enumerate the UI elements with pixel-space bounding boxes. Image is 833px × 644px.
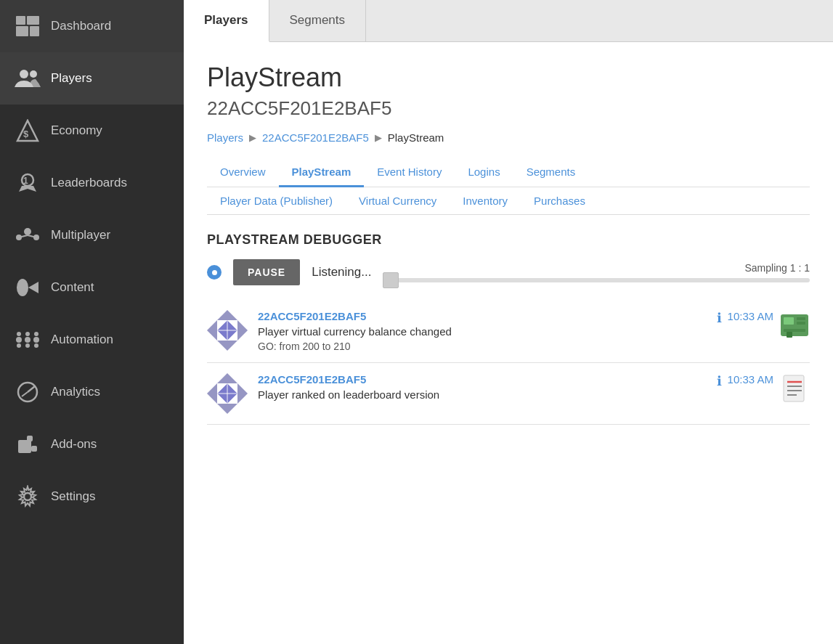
sub-tab-playstream[interactable]: PlayStream xyxy=(279,158,365,187)
breadcrumb-arrow-2: ▶ xyxy=(375,132,382,143)
sidebar-item-addons[interactable]: Add-ons xyxy=(0,418,184,470)
svg-rect-30 xyxy=(27,436,33,441)
svg-point-24 xyxy=(25,343,30,348)
svg-point-20 xyxy=(17,332,21,336)
event-thumb-0 xyxy=(779,310,810,341)
sidebar-item-dashboard[interactable]: Dashboard xyxy=(0,0,184,52)
svg-point-10 xyxy=(24,228,31,235)
svg-point-17 xyxy=(16,337,22,343)
sub-tab-overview[interactable]: Overview xyxy=(207,158,279,187)
svg-rect-1 xyxy=(27,16,39,25)
svg-point-32 xyxy=(24,493,31,500)
sidebar-item-label-addons: Add-ons xyxy=(51,437,97,452)
event-player-id-0[interactable]: 22ACC5F201E2BAF5 xyxy=(258,310,707,322)
listening-text: Listening... xyxy=(312,265,371,280)
svg-point-4 xyxy=(20,70,28,78)
svg-rect-2 xyxy=(16,26,28,36)
sidebar-item-content[interactable]: Content xyxy=(0,261,184,314)
sub-tab-segments[interactable]: Segments xyxy=(513,158,589,187)
sidebar-item-multiplayer[interactable]: Multiplayer xyxy=(0,209,184,261)
svg-rect-50 xyxy=(787,332,792,338)
breadcrumb-current: PlayStream xyxy=(388,131,444,144)
analytics-icon xyxy=(15,379,41,405)
svg-marker-34 xyxy=(207,320,217,341)
sub-tab-logins[interactable]: Logins xyxy=(455,158,513,187)
svg-rect-46 xyxy=(784,317,794,325)
addons-icon xyxy=(15,431,41,457)
economy-icon: $ xyxy=(15,118,41,144)
info-icon-0[interactable]: ℹ xyxy=(717,310,722,326)
svg-point-15 xyxy=(17,279,28,296)
sidebar-item-label-content: Content xyxy=(51,280,94,295)
sidebar-item-players[interactable]: Players xyxy=(0,52,184,105)
breadcrumb-player-id-link[interactable]: 22ACC5F201E2BAF5 xyxy=(262,131,369,144)
main-content: Players Segments PlayStream 22ACC5F201E2… xyxy=(184,0,833,644)
top-tabs-bar: Players Segments xyxy=(184,0,833,42)
svg-point-5 xyxy=(30,70,37,78)
event-player-id-1[interactable]: 22ACC5F201E2BAF5 xyxy=(258,373,707,386)
sub-tab-event-history[interactable]: Event History xyxy=(364,158,455,187)
info-icon-1[interactable]: ℹ xyxy=(717,373,722,389)
sub-tab-virtual-currency[interactable]: Virtual Currency xyxy=(346,187,450,214)
svg-marker-51 xyxy=(207,383,217,404)
sidebar-item-economy[interactable]: $ Economy xyxy=(0,105,184,157)
svg-marker-52 xyxy=(237,383,248,404)
svg-marker-37 xyxy=(217,341,237,351)
svg-rect-29 xyxy=(18,440,31,453)
leaderboards-icon: 1 xyxy=(15,170,41,196)
radio-dot[interactable] xyxy=(207,265,222,280)
svg-marker-35 xyxy=(237,320,248,341)
sidebar-item-automation[interactable]: Automation xyxy=(0,314,184,366)
players-icon xyxy=(15,65,41,91)
breadcrumb-players-link[interactable]: Players xyxy=(207,131,243,144)
svg-rect-62 xyxy=(784,375,804,402)
svg-rect-0 xyxy=(16,16,25,25)
sidebar-item-label-leaderboards: Leaderboards xyxy=(51,176,127,190)
tab-players[interactable]: Players xyxy=(184,0,269,42)
svg-line-28 xyxy=(22,392,28,396)
sidebar-item-label-players: Players xyxy=(51,71,92,86)
breadcrumb: Players ▶ 22ACC5F201E2BAF5 ▶ PlayStream xyxy=(207,131,810,144)
debugger-title: PLAYSTREAM DEBUGGER xyxy=(207,232,810,248)
slider-thumb xyxy=(383,272,399,288)
svg-point-25 xyxy=(34,343,38,348)
settings-icon xyxy=(15,484,41,510)
page-content: PlayStream 22ACC5F201E2BAF5 Players ▶ 22… xyxy=(184,42,833,644)
automation-icon xyxy=(15,327,41,353)
event-card-1: 22ACC5F201E2BAF5 Player ranked on leader… xyxy=(207,363,810,425)
svg-point-22 xyxy=(34,332,38,336)
sub-tab-inventory[interactable]: Inventory xyxy=(450,187,521,214)
sidebar-item-settings[interactable]: Settings xyxy=(0,470,184,523)
event-time-0: 10:33 AM xyxy=(728,310,773,322)
svg-text:1: 1 xyxy=(23,176,28,186)
svg-marker-54 xyxy=(217,404,237,414)
sidebar-item-label-multiplayer: Multiplayer xyxy=(51,228,110,242)
sidebar-item-leaderboards[interactable]: 1 Leaderboards xyxy=(0,157,184,209)
pause-button[interactable]: PAUSE xyxy=(233,259,300,285)
svg-marker-36 xyxy=(217,310,237,320)
sidebar-item-label-automation: Automation xyxy=(51,333,113,347)
svg-line-27 xyxy=(28,386,35,392)
sampling-slider[interactable] xyxy=(383,278,810,282)
multiplayer-icon xyxy=(15,222,41,248)
svg-marker-16 xyxy=(28,282,38,293)
sidebar-item-analytics[interactable]: Analytics xyxy=(0,366,184,418)
svg-point-21 xyxy=(25,332,30,336)
sub-tabs-row1: Overview PlayStream Event History Logins… xyxy=(207,158,810,187)
player-id-heading: 22ACC5F201E2BAF5 xyxy=(207,97,810,120)
svg-rect-48 xyxy=(797,322,805,325)
event-description-1: Player ranked on leaderboard version xyxy=(258,388,707,401)
tab-segments[interactable]: Segments xyxy=(269,0,367,41)
sub-tab-player-data[interactable]: Player Data (Publisher) xyxy=(207,187,346,214)
svg-marker-53 xyxy=(217,373,237,383)
breadcrumb-arrow-1: ▶ xyxy=(249,132,256,143)
radio-dot-inner xyxy=(212,270,217,275)
event-body-0: 22ACC5F201E2BAF5 Player virtual currency… xyxy=(258,310,707,352)
sidebar-item-label-settings: Settings xyxy=(51,489,95,504)
sub-tabs-row2: Player Data (Publisher) Virtual Currency… xyxy=(207,187,810,215)
svg-rect-31 xyxy=(31,446,37,452)
sub-tab-purchases[interactable]: Purchases xyxy=(521,187,598,214)
sidebar: Dashboard Players $ Economy 1 xyxy=(0,0,184,644)
event-body-1: 22ACC5F201E2BAF5 Player ranked on leader… xyxy=(258,373,707,404)
event-thumb-1 xyxy=(779,373,810,404)
